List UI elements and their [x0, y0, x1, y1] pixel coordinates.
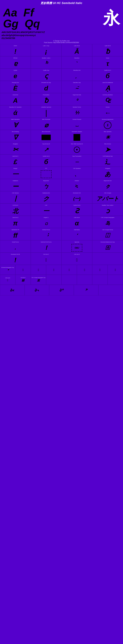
final-symbol-2: ∂¬: [35, 288, 39, 292]
glyph-cell-diacriticsext: Diacritics Ext ᷊: [62, 68, 92, 81]
symbol-smallforms: ﹐: [13, 244, 18, 252]
symbol-ascii: !: [14, 48, 17, 56]
glyph-cell-greekext: Greek Ext A: [0, 93, 31, 105]
symbol-cjkextd: 𫝀: [76, 256, 78, 264]
label-ascii: ASCII: [14, 45, 17, 47]
glyph-grid-row14: CJK Ext A 北 CJK 一 Cyrillic Ext B Ƨ Modif…: [0, 204, 123, 216]
label-cjkstrokes: CJK Strokes: [12, 192, 19, 194]
symbol-latinexte: α: [75, 219, 79, 227]
bottom-cell-e6: [108, 275, 123, 285]
glyph-cell-misctechnical: Misc Technical ⌀: [31, 118, 62, 130]
label-cyrillicexta: Cyrillic Ext A: [43, 156, 50, 158]
bottom-symbol-2: 𠀐: [23, 268, 24, 272]
glyph-cell-modtoneletters: Modifier Tone Letters ɔ: [92, 204, 123, 216]
symbol-dingbats: ✂: [13, 146, 18, 154]
symbol-cjksymbols: 、: [74, 170, 79, 178]
symbol-latinextb: ƀ: [106, 48, 110, 56]
glyph-cell-cjkextd: CJK Ext D 𫝀: [62, 252, 92, 265]
label-suparrowsb: Sup Arrows B: [42, 143, 50, 145]
glyph-cell-hiragana: Hiragana あ: [92, 167, 123, 179]
glyph-cell-suppunct: Sup Punctuation ⸺: [62, 154, 92, 167]
source-line: © Design by fontke.com Font Source: http…: [0, 40, 123, 44]
glyph-cell-dingbats: Dingbats ✂: [0, 142, 31, 154]
final-cell-5: [98, 285, 123, 296]
glyph-cell-geoshapes: Geometric Shapes: [62, 130, 92, 142]
bottom-cell-4: 𠀒: [46, 265, 62, 275]
glyph-cell-diacforsymbols: Diacritics For Symbols ά: [0, 105, 31, 118]
label-greek: Greek: [106, 57, 109, 60]
glyph-cell-cjkradicalssup: CJK Radicals Sup ⻌: [92, 154, 123, 167]
label-kayahli: Kayah Li: [44, 217, 48, 219]
glyph-cell-diacriticssup: Diacritics Sup ~̃: [62, 81, 92, 93]
symbol-suparrowsb: ↗: [44, 146, 48, 154]
label-misctechnical: Misc Technical: [42, 119, 50, 121]
glyph-grid-row17: Small Forms ﹐ Half And Full Forms ！ Spec…: [0, 240, 123, 252]
glyph-cell-latinextc: Latin Ext C £: [0, 154, 31, 167]
label-cjksymbols: CJK Symbols: [73, 168, 81, 170]
bottom-label-1: Enclosed Ideographic Sup: [2, 267, 14, 268]
design-credit: © Design by fontke.com: [53, 40, 70, 42]
glyph-cell-superandsub: Super And Sub ⁰: [62, 93, 92, 105]
glyph-grid-row11: Kangxi ⼀ ITC CJK Symbols 、 Hiragana あ: [0, 167, 123, 179]
glyph-grid-row18: Enclosed CJK B ! CJK Ext C 𠀀 CJK Ext D 𫝀: [0, 252, 123, 265]
glyph-grid-row5: Greek Ext A Punctuation ƀ Super And Sub …: [0, 93, 123, 105]
symbol-hiragana: あ: [105, 170, 111, 178]
glyph-cell-kayahli: Kayah Li ꤀: [31, 216, 62, 228]
label-halfmarks: Half Marks: [74, 229, 80, 231]
glyph-grid-row6: Diacritics For Symbols ά Letterlike Sym…: [0, 105, 123, 118]
label-cyrillic: Cyrillic: [14, 70, 17, 72]
circle-1-glyph: 1: [104, 121, 111, 129]
symbol-blockelements: [42, 134, 51, 141]
symbol-cyrillicextc: б: [106, 72, 110, 80]
label-controlpics: Control Pictures: [73, 119, 81, 121]
symbol-kangxi: ⼀: [12, 170, 19, 178]
label-bopomofo: Bopomofo: [43, 180, 49, 182]
bottom-symbol-extE: 𫠠: [7, 279, 8, 282]
symbol-katakanaext: ク: [43, 195, 49, 203]
label-cjk: CJK: [45, 204, 47, 207]
glyph-cell-phoneticext: Phonetic Ext È: [0, 81, 31, 93]
glyph-cell-miscmathb: Misc Math Symbols B: [62, 142, 92, 154]
glyph-cell-verticalforms: Vertical Forms ︔: [31, 228, 62, 240]
glyph-cell-cyrillicexta: Cyrillic Ext A б: [31, 154, 62, 167]
label-alphabeticpf: Alphabetic PF: [12, 229, 19, 231]
label-cyrillicextb: Cyrillic Ext B: [73, 204, 80, 207]
label-dingbats: Dingbats: [13, 143, 18, 145]
symbol-boxdrawing: ∇: [13, 134, 18, 141]
glyph-cell-latinextd: Latin Ext D π: [0, 216, 31, 228]
bottom-symbol-1: 𝀀: [7, 268, 9, 272]
label-geoshapes: Geometric Shapes: [72, 131, 82, 133]
bottom-cell-6: 𠀔: [77, 265, 92, 275]
bottom-symbol-extF: 丽: [22, 278, 25, 282]
bottom-label-extF: CJK Ext F: [21, 277, 26, 278]
label-katakanaext: Katakana Ext: [42, 192, 50, 194]
symbol-cyrillicexta: б: [44, 158, 48, 166]
symbol-cyrillicsup: ҁ: [44, 72, 48, 80]
glyph-cell-cyrillicsup: Cyrillic Sup ҁ: [31, 68, 62, 81]
bottom-cell-e3: [62, 275, 77, 285]
label-phoneticext: Phonetic Ext: [12, 82, 19, 84]
label-enclosedcjkb: Enclosed CJK B: [11, 254, 20, 256]
label-phoneticextsup: Phonetic Ext Sup: [41, 82, 51, 84]
bottom-label-extE: CJK Ext E: [5, 278, 10, 278]
symbol-cjkextc: 𠀀: [45, 256, 47, 264]
symbol-enclosedalphanums: 1: [104, 121, 111, 129]
symbol-katakana: ー: [12, 182, 19, 190]
bottom-cell-1: Enclosed Ideographic Sup 𝀀: [0, 265, 15, 275]
label-latinextb: Latin Ext B: [105, 45, 111, 47]
symbol-greek: τ: [106, 60, 109, 68]
symbol-cjkcompat: アパート: [96, 195, 119, 203]
glyph-cell-alphabeticpf: Alphabetic PF ff: [0, 228, 31, 240]
symbol-enclosedcjk: (一): [73, 195, 81, 203]
label-diacforsymbols: Diacritics For Symbols: [9, 106, 22, 108]
bottom-symbol-3: 𠀑: [38, 268, 39, 272]
final-symbol-1: ∂«: [10, 288, 14, 292]
black-rect-glyph: [42, 135, 51, 140]
symbol-halfmarks: ʻ: [76, 232, 78, 240]
symbol-cjkcompatforms: ⿰: [105, 232, 110, 240]
glyph-cell-cyrillicextc: Cyrillic Ext C б: [92, 68, 123, 81]
glyph-cell-greek: Greek τ: [92, 56, 123, 68]
label-katakana: Katakana: [13, 180, 18, 182]
symbol-kanbun: ⺀: [74, 182, 79, 190]
glyph-cell-latinexta: Latin Ext A Ā: [62, 44, 92, 56]
